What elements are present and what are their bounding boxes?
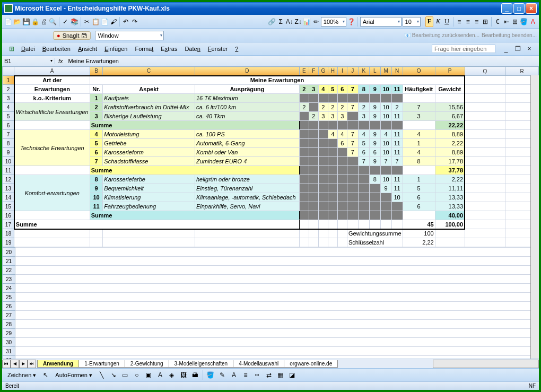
research-icon[interactable]: 📚 [71,16,78,27]
col-J[interactable]: J [347,67,358,76]
italic-button[interactable]: K [434,16,442,27]
menu-fenster[interactable]: Fenster [205,45,231,53]
rect-icon[interactable]: ▭ [120,370,130,380]
name-box[interactable]: B1▾ [2,58,55,64]
zoom-combo[interactable]: 100% [321,17,346,27]
borders-icon[interactable]: ⊞ [511,16,519,27]
menu-format[interactable]: Format [132,45,156,53]
fontcolor2-icon[interactable]: A [229,370,239,380]
tab-prev-icon[interactable]: ◀ [11,360,19,368]
col-A[interactable]: A [14,67,90,76]
select-all[interactable] [3,67,14,76]
sheet-tab[interactable]: 3-Modelleigenschaften [169,360,234,368]
fillcolor2-icon[interactable]: 🪣 [205,370,216,380]
excel-icon[interactable]: ⊞ [6,43,17,54]
print-icon[interactable]: 🖨 [40,16,48,27]
col-D[interactable]: D [195,67,299,76]
oval-icon[interactable]: ○ [132,370,142,380]
picture-icon[interactable]: 🏔 [190,370,200,380]
col-M[interactable]: M [380,67,391,76]
3d-icon[interactable]: ◪ [287,370,298,380]
linecolor-icon[interactable]: ✎ [217,370,228,380]
sort-asc-icon[interactable]: A↓ [285,16,293,27]
align-left-icon[interactable]: ≡ [455,16,463,27]
menu-datei[interactable]: Datei [18,45,38,53]
undo-icon[interactable]: ↶ [122,16,129,27]
col-O[interactable]: O [403,67,435,76]
paste-icon[interactable]: 📄 [101,16,109,27]
col-Q[interactable]: Q [465,67,505,76]
arrowstyle-icon[interactable]: ⇄ [264,370,274,380]
sheet-tab[interactable]: Anwendung [37,360,79,368]
help-icon[interactable]: ❓ [347,16,355,27]
maximize-button[interactable]: □ [513,3,525,14]
col-P[interactable]: P [435,67,465,76]
col-B[interactable]: B [90,67,103,76]
line-icon[interactable]: ╲ [97,370,107,380]
align-right-icon[interactable]: ≡ [473,16,480,27]
close-button[interactable]: × [526,3,537,14]
col-K[interactable]: K [358,67,369,76]
col-G[interactable]: G [318,67,328,76]
copy-icon[interactable]: 📋 [92,16,100,27]
select-arrow-icon[interactable]: ↖ [40,370,51,380]
doc-restore-button[interactable]: ❐ [512,43,523,54]
formula-input[interactable]: Meine Erwartungen [66,58,539,64]
doc-minimize-button[interactable]: _ [501,43,511,54]
snagit-mode-combo[interactable]: Window [95,31,164,40]
diagram-icon[interactable]: ◈ [167,370,177,380]
col-R[interactable]: R [505,67,539,76]
sheet-tab[interactable]: 1-Erwartungen [78,360,125,368]
spellcheck-icon[interactable]: ✓ [62,16,69,27]
currency-icon[interactable]: € [494,16,501,27]
fontcolor-icon[interactable]: A [529,16,536,27]
horizontal-scrollbar[interactable] [433,360,539,368]
save-icon[interactable]: 💾 [22,16,30,27]
col-E[interactable]: E [299,67,309,76]
sheet-tab[interactable]: 2-Gewichtung [125,360,169,368]
autosum-icon[interactable]: Σ [277,16,284,27]
tab-next-icon[interactable]: ▶ [19,360,28,368]
help-input[interactable]: Frage hier eingeben [432,45,495,53]
review-send-label[interactable]: 📧 Bearbeitung zurücksenden... [404,32,479,38]
vertical-scrollbar[interactable] [530,75,539,359]
fx-button[interactable]: fx [55,58,66,64]
redo-icon[interactable]: ↷ [131,16,138,27]
col-I[interactable]: I [337,67,347,76]
underline-button[interactable]: U [443,16,450,27]
bold-button[interactable]: F [425,16,433,27]
linestyle-icon[interactable]: ≡ [240,370,251,380]
textbox-icon[interactable]: ▣ [143,370,154,380]
sheet-tab[interactable]: orgware-online.de [284,360,338,368]
draw-menu[interactable]: Zeichnen ▾ [4,371,39,380]
fontsize-combo[interactable]: 10 [403,17,421,27]
preview-icon[interactable]: 🔍 [49,16,57,27]
menu-bearbeiten[interactable]: Bearbeiten [39,45,74,53]
col-H[interactable]: H [328,67,337,76]
new-icon[interactable]: 📄 [4,16,12,27]
clipart-icon[interactable]: 🖼 [178,370,189,380]
permission-icon[interactable]: 🔒 [31,16,39,27]
arrow-icon[interactable]: ↘ [108,370,119,380]
menu-daten[interactable]: Daten [181,45,203,53]
menu-help[interactable]: ? [232,45,241,53]
cut-icon[interactable]: ✂ [83,16,90,27]
minimize-button[interactable]: _ [501,3,512,14]
format-painter-icon[interactable]: 🖌 [110,16,117,27]
merge-icon[interactable]: ⊞ [482,16,489,27]
col-F[interactable]: F [309,67,318,76]
sort-desc-icon[interactable]: Z↓ [294,16,302,27]
open-icon[interactable]: 📂 [13,16,21,27]
dashstyle-icon[interactable]: ┅ [252,370,263,380]
menu-einfuegen[interactable]: Einfügen [101,45,130,53]
hyperlink-icon[interactable]: 🔗 [268,16,276,27]
doc-close-button[interactable]: × [524,43,535,54]
wordart-icon[interactable]: A [155,370,165,380]
snagit-button[interactable]: ●SnagIt🖆 [53,31,91,40]
review-end-label[interactable]: Bearbeitung beenden... [482,32,537,38]
menu-ansicht[interactable]: Ansicht [75,45,100,53]
shadow-icon[interactable]: ▦ [275,370,286,380]
drawing-icon[interactable]: ✏ [312,16,319,27]
tab-last-icon[interactable]: ⏭ [28,360,36,368]
worksheet[interactable]: A B C D E F G H I J K L M N O P Q R 1Art… [2,66,539,359]
